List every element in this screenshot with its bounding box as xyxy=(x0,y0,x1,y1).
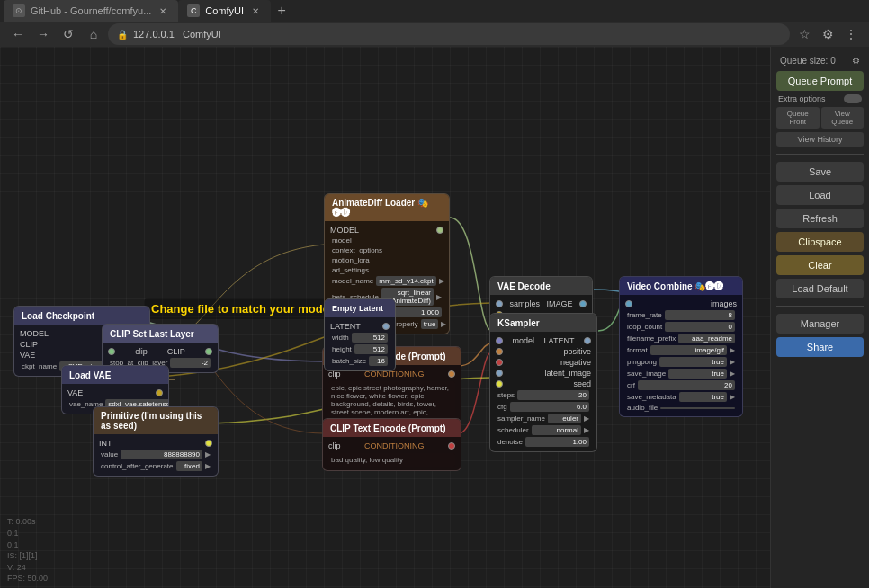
label: positive xyxy=(563,347,591,356)
label: filename_prefix xyxy=(627,334,676,343)
label: control_after_generate xyxy=(101,462,174,470)
node-video-combine[interactable]: Video Combine 🎭🅐🅓 images frame_rate 8 lo… xyxy=(619,276,743,417)
value[interactable]: true xyxy=(421,319,439,329)
node-clip-encode-negative[interactable]: CLIP Text Encode (Prompt) clip CONDITION… xyxy=(322,418,461,471)
node-title: Video Combine 🎭🅐🅓 xyxy=(627,281,723,291)
node-latent[interactable]: Empty Latent LATENT width 512 height 512… xyxy=(324,298,396,371)
queue-size-label: Queue size: 0 xyxy=(780,56,836,66)
canvas-area[interactable]: Change file to match your model reqs Loa… xyxy=(0,47,869,588)
label: save_image xyxy=(627,370,666,378)
value[interactable]: true xyxy=(668,369,727,379)
tab-comfyui-close[interactable]: ✕ xyxy=(249,4,262,17)
label: height xyxy=(332,345,352,353)
tab-github-label: GitHub - Gourneff/comfyu... xyxy=(31,5,151,16)
back-button[interactable]: ← xyxy=(7,23,29,45)
node-primitive[interactable]: Primitive (I'm using this as seed) INT v… xyxy=(93,406,219,477)
node-title: KSampler xyxy=(497,318,540,328)
steps-field: steps 20 xyxy=(496,389,591,401)
gear-icon[interactable]: ⚙ xyxy=(852,56,860,66)
value[interactable]: -2 xyxy=(170,358,211,368)
label: model xyxy=(513,336,535,345)
value[interactable]: aaa_readme xyxy=(678,334,735,343)
input-port xyxy=(496,348,503,355)
input-port xyxy=(496,359,503,366)
node-row: images xyxy=(625,298,737,309)
label: loop_count xyxy=(627,323,662,331)
queue-prompt-button[interactable]: Queue Prompt xyxy=(776,71,864,91)
label: ad_settings xyxy=(332,266,369,274)
clipspace-button[interactable]: Clipspace xyxy=(776,232,864,252)
value[interactable]: 512 xyxy=(352,333,388,343)
field: save_image true ▶ xyxy=(625,368,737,379)
value[interactable]: 8 xyxy=(665,310,735,320)
sampler-field: sampler_name euler ▶ xyxy=(496,413,591,424)
node-header: Empty Latent xyxy=(325,299,395,317)
load-default-button[interactable]: Load Default xyxy=(776,279,864,298)
tab-github[interactable]: ⊙ GitHub - Gourneff/comfyu... ✕ xyxy=(4,0,178,22)
label: denoise xyxy=(497,438,523,446)
home-button[interactable]: ⌂ xyxy=(83,23,104,45)
tab-github-close[interactable]: ✕ xyxy=(157,4,169,17)
node-row: INT xyxy=(99,438,212,449)
save-button[interactable]: Save xyxy=(776,162,864,182)
clear-button[interactable]: Clear xyxy=(776,255,864,275)
field: audio_file xyxy=(625,403,737,413)
model-name-field: model_name mm_sd_v14.ckpt ▶ xyxy=(330,275,443,287)
value[interactable]: 512 xyxy=(354,344,388,354)
reload-button[interactable]: ↺ xyxy=(58,23,79,45)
view-history-button[interactable]: View History xyxy=(776,132,864,147)
bookmark-button[interactable]: ☆ xyxy=(793,23,815,45)
output-port xyxy=(584,337,591,344)
value[interactable]: mm_sd_v14.ckpt xyxy=(376,276,435,286)
value[interactable]: 20 xyxy=(638,380,735,390)
secure-icon: 🔒 xyxy=(117,30,128,40)
node-title: Empty Latent xyxy=(332,304,383,313)
arrow-icon: ▶ xyxy=(730,393,735,401)
value[interactable]: 0 xyxy=(665,322,735,332)
right-panel: Queue size: 0 ⚙ Queue Prompt Extra optio… xyxy=(770,47,869,588)
node-row: clip CLIP xyxy=(108,346,212,357)
share-button[interactable]: Share xyxy=(776,337,864,357)
node-body: LATENT width 512 height 512 batch_size 1… xyxy=(325,317,395,370)
manager-button[interactable]: Manager xyxy=(776,314,864,334)
negative-prompt-text[interactable]: bad quality, low quality xyxy=(328,453,455,467)
output-port xyxy=(382,323,390,330)
field: format image/gif ▶ xyxy=(625,344,737,356)
node-ksampler[interactable]: KSampler model LATENT positive negative … xyxy=(489,313,597,452)
value[interactable] xyxy=(660,407,735,409)
extensions-button[interactable]: ⚙ xyxy=(817,23,838,45)
browser-actions: ☆ ⚙ ⋮ xyxy=(793,23,862,45)
tab-comfyui[interactable]: C ComfyUI ✕ xyxy=(178,0,271,22)
label: MODEL xyxy=(20,329,49,338)
label: model xyxy=(332,236,352,245)
value[interactable]: normal xyxy=(532,425,581,435)
value[interactable]: 20 xyxy=(517,390,589,400)
value[interactable]: 888888890 xyxy=(121,450,202,459)
value[interactable]: fixed xyxy=(176,461,203,471)
extra-options-toggle[interactable] xyxy=(844,94,862,103)
view-queue-button[interactable]: View Queue xyxy=(821,107,865,129)
label: CLIP xyxy=(167,347,185,356)
new-tab-button[interactable]: + xyxy=(271,0,292,22)
queue-front-button[interactable]: Queue Front xyxy=(776,107,820,129)
queue-sub-buttons: Queue Front View Queue xyxy=(776,107,864,129)
value[interactable]: true xyxy=(679,392,727,402)
load-button[interactable]: Load xyxy=(776,185,864,205)
forward-button[interactable]: → xyxy=(32,23,54,45)
label: clip xyxy=(135,347,148,356)
divider-2 xyxy=(776,306,864,307)
value[interactable]: euler xyxy=(548,414,581,423)
address-bar[interactable]: 🔒 127.0.0.1 ComfyUI xyxy=(108,23,790,45)
value[interactable]: 6.0 xyxy=(510,402,589,412)
value[interactable]: 16 xyxy=(369,356,388,366)
field: pingpong true ▶ xyxy=(625,356,737,368)
value[interactable]: 1.00 xyxy=(525,437,589,447)
refresh-button[interactable]: Refresh xyxy=(776,209,864,228)
field: save_metadata true ▶ xyxy=(625,391,737,403)
scheduler-field: scheduler normal ▶ xyxy=(496,424,591,436)
menu-button[interactable]: ⋮ xyxy=(840,23,862,45)
value[interactable]: true xyxy=(659,357,727,367)
node-header: AnimateDiff Loader 🎭🅐🅓 xyxy=(325,194,449,221)
value[interactable]: image/gif xyxy=(650,345,727,355)
label: format xyxy=(627,346,648,354)
